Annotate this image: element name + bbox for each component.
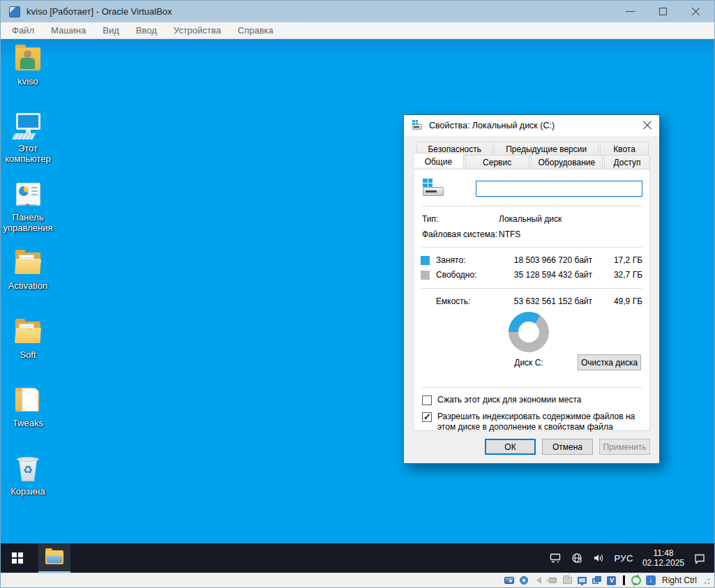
ok-button[interactable]: ОК: [485, 439, 536, 455]
taskbar-clock[interactable]: 11:48 02.12.2025: [642, 548, 684, 568]
tab-sharing[interactable]: Доступ: [604, 155, 650, 169]
shared-folders-status-icon[interactable]: [562, 575, 573, 586]
drive-letter-label: Диск C:: [509, 358, 549, 368]
vm-screen: kviso Этот компьютер Панель управления A…: [1, 39, 714, 573]
menu-view[interactable]: Вид: [94, 24, 128, 37]
disk-usage-donut: [509, 312, 549, 352]
clock-time: 11:48: [642, 548, 684, 558]
index-checkbox-row[interactable]: Разрешить индексировать содержимое файло…: [422, 412, 642, 432]
optical-disc-status-icon[interactable]: [518, 575, 529, 586]
vbox-statusbar: V ↓ Right Ctrl: [1, 573, 714, 587]
desktop-icon-activation[interactable]: Activation: [1, 249, 55, 291]
tab-quota[interactable]: Квота: [600, 142, 649, 156]
menu-file[interactable]: Файл: [3, 24, 43, 37]
close-icon[interactable]: [691, 7, 700, 16]
audio-status-icon[interactable]: [533, 575, 544, 586]
system-tray: РУС 11:48 02.12.2025: [549, 543, 714, 573]
desktop-icon-recycle-bin[interactable]: ♻ Корзина: [1, 455, 55, 497]
compress-checkbox[interactable]: [422, 395, 432, 405]
volume-label-input[interactable]: [476, 181, 642, 197]
hard-disk-status-icon[interactable]: [504, 575, 515, 586]
language-indicator[interactable]: РУС: [614, 553, 633, 564]
dialog-tabs: Безопасность Предыдущие версии Квота Общ…: [413, 142, 650, 169]
tab-general[interactable]: Общие: [413, 153, 464, 167]
folder-document-icon: [12, 386, 44, 416]
type-label: Тип:: [422, 213, 499, 225]
tab-hardware[interactable]: Оборудование: [531, 155, 603, 169]
compress-checkbox-row[interactable]: Сжать этот диск для экономии места: [422, 395, 642, 405]
desktop-icon-this-pc[interactable]: Этот компьютер: [1, 112, 55, 164]
taskbar-file-explorer-button[interactable]: [38, 543, 70, 573]
menu-devices[interactable]: Устройства: [165, 24, 229, 37]
clock-date: 02.12.2025: [642, 558, 684, 568]
folder-icon: [12, 318, 44, 347]
menu-help[interactable]: Справка: [229, 24, 282, 37]
free-label: Свободно:: [436, 269, 503, 281]
desktop-icon-kviso[interactable]: kviso: [1, 45, 55, 86]
apply-button[interactable]: Применить: [599, 439, 650, 455]
vbox-titlebar[interactable]: kviso [Работает] - Oracle VirtualBox: [1, 1, 714, 22]
windows-logo-icon: [12, 552, 23, 564]
keyboard-capture-status-icon[interactable]: ↓: [645, 575, 656, 586]
free-size: 32,7 ГБ: [592, 269, 642, 281]
separator: [421, 247, 642, 248]
dialog-titlebar[interactable]: Свойства: Локальный диск (C:): [404, 115, 659, 136]
disk-properties-dialog: Свойства: Локальный диск (C:) Безопаснос…: [403, 114, 660, 464]
action-center-icon[interactable]: [693, 552, 706, 564]
capacity-bytes: 53 632 561 152 байт: [503, 296, 592, 308]
dialog-close-icon[interactable]: [642, 121, 652, 130]
statusbar-separator: [623, 575, 625, 585]
user-folder-icon: [12, 45, 44, 74]
mouse-integration-status-icon[interactable]: [631, 575, 642, 586]
dialog-title: Свойства: Локальный диск (C:): [429, 121, 555, 130]
vbox-features-status-icon[interactable]: V: [606, 575, 617, 586]
free-legend-swatch: [421, 271, 430, 280]
drive-icon: [411, 120, 423, 131]
minimize-icon[interactable]: [626, 7, 635, 16]
tab-tools[interactable]: Сервис: [465, 155, 529, 169]
resize-grip[interactable]: [703, 576, 710, 585]
virtualbox-window: kviso [Работает] - Oracle VirtualBox Фай…: [0, 0, 715, 588]
vbox-menubar: Файл Машина Вид Ввод Устройства Справка: [1, 22, 714, 39]
file-explorer-icon: [45, 550, 63, 564]
separator: [421, 387, 642, 388]
recycle-bin-icon: ♻: [12, 455, 44, 484]
filesystem-label: Файловая система:: [422, 229, 499, 240]
volume-icon[interactable]: [592, 552, 605, 564]
vm-window-icon: [9, 6, 20, 17]
usb-status-icon[interactable]: [548, 575, 559, 586]
recording-status-icon[interactable]: [592, 575, 603, 586]
capacity-label: Емкость:: [436, 296, 503, 308]
control-panel-icon: [12, 181, 44, 210]
separator: [421, 288, 642, 289]
desktop[interactable]: kviso Этот компьютер Панель управления A…: [1, 39, 714, 543]
used-bytes: 18 503 966 720 байт: [503, 255, 592, 266]
used-label: Занято:: [436, 255, 503, 266]
index-checkbox-label: Разрешить индексировать содержимое файло…: [437, 412, 642, 432]
separator: [421, 206, 642, 206]
host-key-label: Right Ctrl: [662, 575, 697, 585]
disk-cleanup-button[interactable]: Очистка диска: [578, 354, 641, 370]
desktop-icon-soft[interactable]: Soft: [1, 318, 55, 360]
index-checkbox[interactable]: [422, 412, 432, 422]
folder-icon: [12, 249, 44, 278]
filesystem-value: NTFS: [499, 229, 520, 240]
menu-machine[interactable]: Машина: [43, 24, 94, 37]
cast-display-icon[interactable]: [549, 552, 562, 564]
network-globe-offline-icon[interactable]: [571, 552, 583, 564]
cancel-button[interactable]: Отмена: [542, 439, 593, 455]
compress-checkbox-label: Сжать этот диск для экономии места: [437, 395, 581, 405]
start-button[interactable]: [1, 543, 34, 573]
display-status-icon[interactable]: [577, 575, 588, 586]
tab-previous-versions[interactable]: Предыдущие версии: [494, 142, 599, 156]
windows-taskbar: РУС 11:48 02.12.2025: [1, 543, 714, 573]
desktop-icon-tweaks[interactable]: Tweaks: [1, 386, 55, 428]
drive-icon-large: [421, 178, 446, 199]
desktop-icon-control-panel[interactable]: Панель управления: [1, 181, 55, 233]
menu-input[interactable]: Ввод: [128, 24, 165, 37]
type-value: Локальный диск: [499, 213, 562, 225]
maximize-icon[interactable]: [658, 7, 668, 16]
tab-general-panel: Тип: Локальный диск Файловая система: NT…: [413, 169, 650, 431]
capacity-size: 49,9 ГБ: [592, 296, 642, 308]
free-bytes: 35 128 594 432 байт: [503, 269, 592, 281]
